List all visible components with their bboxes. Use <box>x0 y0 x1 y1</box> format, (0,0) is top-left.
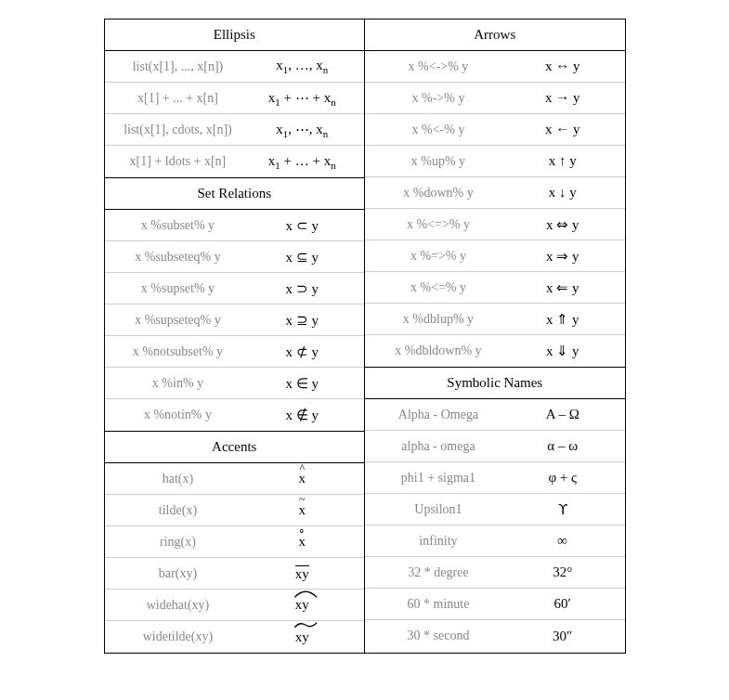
result-cell: 32° <box>506 564 619 580</box>
symnames-header: Symbolic Names <box>365 367 625 399</box>
table-row: tilde(x)~x <box>105 495 365 526</box>
syntax-cell: widetilde(xy) <box>111 629 246 644</box>
setrel-header: Set Relations <box>105 177 365 210</box>
result-cell: x ∈ y <box>245 375 358 392</box>
table-row: x %subset% yx ⊂ y <box>105 210 365 241</box>
syntax-cell: Alpha - Omega <box>371 408 506 422</box>
result-cell: α – ω <box>506 438 619 454</box>
table-row: x %<->% yx ↔ y <box>365 51 625 83</box>
table-row: x %supset% yx ⊃ y <box>105 273 365 305</box>
table-row: x[1] + ldots + x[n]x1 + … + xn <box>105 146 365 177</box>
result-cell: ϒ <box>506 501 619 518</box>
result-cell: x ⇐ y <box>506 279 619 296</box>
table-row: alpha - omegaα – ω <box>365 431 625 462</box>
table-row: phi1 + sigma1φ + ς <box>365 462 625 494</box>
table-row: widehat(xy)xy <box>105 590 365 621</box>
result-cell: Α – Ω <box>506 407 619 422</box>
table-row: x %<=>% yx ⇔ y <box>365 209 625 240</box>
syntax-cell: hat(x) <box>111 472 246 486</box>
syntax-cell: x %->% y <box>371 91 506 106</box>
table-container: Ellipsis list(x[1], ..., x[n])x1, …, xnx… <box>104 19 626 654</box>
table-row: Alpha - OmegaΑ – Ω <box>365 399 625 431</box>
syntax-cell: tilde(x) <box>111 503 246 518</box>
syntax-cell: x %in% y <box>111 376 246 391</box>
table-row: widetilde(xy)xy <box>105 621 365 653</box>
syntax-cell: x %subseteq% y <box>111 250 246 265</box>
syntax-cell: x %notin% y <box>111 408 246 422</box>
syntax-cell: x %<-% y <box>371 123 506 137</box>
accents-header: Accents <box>105 431 365 463</box>
result-cell: x ← y <box>506 122 619 137</box>
table-row: x %down% yx ↓ y <box>365 177 625 209</box>
setrel-body: x %subset% yx ⊂ yx %subseteq% yx ⊆ yx %s… <box>105 210 365 431</box>
syntax-cell: x %supset% y <box>111 281 246 296</box>
result-cell: x ⊃ y <box>245 280 358 297</box>
ellipsis-body: list(x[1], ..., x[n])x1, …, xnx[1] + ...… <box>105 51 365 177</box>
syntax-cell: x %notsubset% y <box>111 344 246 359</box>
table-row: x %notsubset% yx ⊄ y <box>105 336 365 368</box>
result-cell: x ↔ y <box>506 58 619 74</box>
syntax-cell: x %<=>% y <box>371 217 506 232</box>
table-row: x %dbldown% yx ⇓ y <box>365 335 625 367</box>
syntax-cell: x %dblup% y <box>371 312 506 327</box>
result-cell: x ⊇ y <box>245 312 358 329</box>
syntax-cell: x %=>% y <box>371 249 506 264</box>
syntax-cell: Upsilon1 <box>371 502 506 517</box>
accents-body: hat(x)^xtilde(x)~xring(x)∘xbar(xy)xywide… <box>105 463 365 653</box>
result-cell: x1, ⋯, xn <box>245 121 358 139</box>
syntax-cell: 32 * degree <box>371 565 506 580</box>
table-row: x %in% yx ∈ y <box>105 368 365 399</box>
syntax-cell: bar(xy) <box>111 566 246 581</box>
table-row: 60 * minute60′ <box>365 589 625 620</box>
syntax-cell: x %<=% y <box>371 280 506 295</box>
syntax-cell: phi1 + sigma1 <box>371 471 506 486</box>
result-cell: 60′ <box>506 596 619 612</box>
table-row: x %<-% yx ← y <box>365 114 625 146</box>
syntax-cell: 60 * minute <box>371 597 506 612</box>
result-cell: x1, …, xn <box>245 58 358 75</box>
syntax-cell: widehat(xy) <box>111 598 246 613</box>
symnames-body: Alpha - OmegaΑ – Ωalpha - omegaα – ωphi1… <box>365 399 625 652</box>
table-row: x %notin% yx ∉ y <box>105 399 365 431</box>
result-cell: x → y <box>506 90 619 106</box>
syntax-cell: x[1] + ... + x[n] <box>111 91 246 106</box>
syntax-cell: x %dbldown% y <box>371 344 506 358</box>
table-row: 30 * second30″ <box>365 620 625 652</box>
result-cell: x1 + ⋯ + xn <box>245 89 358 108</box>
result-cell: ~x <box>245 502 358 518</box>
syntax-cell: alpha - omega <box>371 439 506 454</box>
arrows-header: Arrows <box>365 19 625 51</box>
table-row: x[1] + ... + x[n]x1 + ⋯ + xn <box>105 83 365 114</box>
table-row: list(x[1], cdots, x[n])x1, ⋯, xn <box>105 114 365 146</box>
result-cell: x ⇒ y <box>506 248 619 265</box>
table-row: infinity∞ <box>365 525 625 557</box>
left-column: Ellipsis list(x[1], ..., x[n])x1, …, xnx… <box>105 19 366 653</box>
result-cell: x ↓ y <box>506 185 619 201</box>
table-row: x %subseteq% yx ⊆ y <box>105 241 365 273</box>
syntax-cell: list(x[1], cdots, x[n]) <box>111 123 246 137</box>
table-row: 32 * degree32° <box>365 557 625 589</box>
result-cell: x ⊂ y <box>245 217 358 234</box>
result-cell: x ⇔ y <box>506 216 619 233</box>
table-row: x %->% yx → y <box>365 83 625 114</box>
syntax-cell: 30 * second <box>371 629 506 643</box>
arrows-body: x %<->% yx ↔ yx %->% yx → yx %<-% yx ← y… <box>365 51 625 367</box>
table-row: hat(x)^x <box>105 463 365 495</box>
table-row: x %supseteq% yx ⊇ y <box>105 305 365 336</box>
syntax-cell: infinity <box>371 534 506 549</box>
table-row: x %up% yx ↑ y <box>365 146 625 177</box>
syntax-cell: list(x[1], ..., x[n]) <box>111 59 246 74</box>
result-cell: ∞ <box>506 533 619 549</box>
table-row: ring(x)∘x <box>105 526 365 558</box>
table-row: x %dblup% yx ⇑ y <box>365 304 625 335</box>
result-cell: xy <box>245 629 358 645</box>
result-cell: x ⇑ y <box>506 311 619 328</box>
table-row: Upsilon1ϒ <box>365 494 625 525</box>
result-cell: x ⇓ y <box>506 343 619 359</box>
ellipsis-header: Ellipsis <box>105 19 365 51</box>
result-cell: x ⊆ y <box>245 249 358 266</box>
syntax-cell: x %down% y <box>371 186 506 201</box>
result-cell: φ + ς <box>506 470 619 486</box>
result-cell: ∘x <box>245 534 358 550</box>
right-column: Arrows x %<->% yx ↔ yx %->% yx → yx %<-%… <box>365 19 625 653</box>
